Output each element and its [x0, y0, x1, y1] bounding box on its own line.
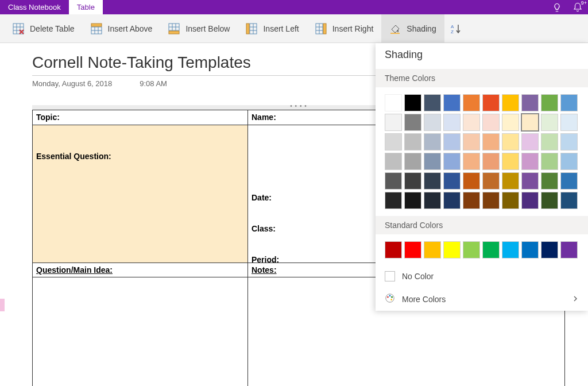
theme-swatch[interactable]: [482, 153, 500, 170]
theme-swatch[interactable]: [482, 94, 500, 111]
theme-swatch[interactable]: [443, 172, 461, 190]
theme-swatch[interactable]: [521, 192, 539, 209]
cell-topic[interactable]: Topic:: [33, 110, 248, 125]
shading-panel-title: Shading: [376, 43, 588, 69]
theme-swatch[interactable]: [385, 192, 402, 209]
insert-below-button[interactable]: Insert Below: [160, 14, 238, 43]
insert-above-button[interactable]: Insert Above: [83, 14, 161, 43]
theme-colors-grid: [376, 87, 588, 216]
standard-swatch[interactable]: [521, 241, 539, 258]
left-gutter-highlight: [0, 299, 5, 311]
lightbulb-icon[interactable]: [547, 0, 567, 14]
standard-swatch[interactable]: [424, 241, 441, 258]
theme-swatch[interactable]: [482, 133, 500, 150]
label-class: Class:: [252, 224, 276, 233]
svg-rect-21: [246, 24, 249, 34]
page-date: Monday, August 6, 2018: [32, 79, 112, 88]
no-color-button[interactable]: No Color: [376, 265, 588, 287]
standard-swatch[interactable]: [404, 241, 421, 258]
theme-swatch[interactable]: [560, 133, 578, 150]
theme-colors-heading: Theme Colors: [376, 69, 588, 87]
theme-swatch[interactable]: [443, 133, 461, 150]
theme-swatch[interactable]: [424, 94, 441, 111]
theme-swatch[interactable]: [502, 192, 519, 209]
theme-swatch[interactable]: [463, 94, 480, 111]
insert-below-label: Insert Below: [185, 24, 230, 33]
theme-swatch[interactable]: [482, 192, 500, 209]
theme-swatch[interactable]: [521, 94, 539, 111]
paint-bucket-icon: [389, 23, 401, 34]
theme-swatch[interactable]: [424, 153, 441, 170]
standard-colors-grid: [376, 234, 588, 265]
theme-swatch[interactable]: [521, 133, 539, 150]
theme-swatch[interactable]: [560, 114, 578, 131]
insert-left-button[interactable]: Insert Left: [238, 14, 307, 43]
insert-right-label: Insert Right: [332, 24, 374, 33]
theme-swatch[interactable]: [521, 172, 539, 190]
theme-swatch[interactable]: [443, 114, 461, 131]
theme-swatch[interactable]: [541, 94, 558, 111]
theme-swatch[interactable]: [541, 114, 558, 131]
shading-panel: Shading Theme Colors Standard Colors No …: [376, 43, 588, 311]
theme-swatch[interactable]: [443, 192, 461, 209]
theme-swatch[interactable]: [521, 153, 539, 170]
theme-swatch[interactable]: [521, 114, 539, 131]
theme-swatch[interactable]: [404, 153, 421, 170]
theme-swatch[interactable]: [463, 192, 480, 209]
theme-swatch[interactable]: [502, 153, 519, 170]
theme-swatch[interactable]: [541, 133, 558, 150]
theme-swatch[interactable]: [424, 172, 441, 190]
theme-swatch[interactable]: [404, 172, 421, 190]
theme-swatch[interactable]: [502, 172, 519, 190]
cell-question-header[interactable]: Question/Main Idea:: [33, 263, 248, 277]
theme-swatch[interactable]: [424, 114, 441, 131]
cell-essential-question[interactable]: Essential Question:: [33, 125, 248, 263]
insert-right-button[interactable]: Insert Right: [307, 14, 382, 43]
standard-swatch[interactable]: [560, 241, 578, 258]
tab-table[interactable]: Table: [69, 0, 103, 14]
notifications-icon[interactable]: 9+: [567, 0, 588, 14]
theme-swatch[interactable]: [541, 172, 558, 190]
theme-swatch[interactable]: [385, 114, 402, 131]
theme-swatch[interactable]: [560, 153, 578, 170]
theme-swatch[interactable]: [443, 153, 461, 170]
cell-question-body[interactable]: [33, 277, 248, 387]
standard-swatch[interactable]: [385, 241, 402, 258]
theme-swatch[interactable]: [463, 133, 480, 150]
theme-swatch[interactable]: [482, 114, 500, 131]
theme-swatch[interactable]: [404, 114, 421, 131]
svg-point-33: [389, 295, 391, 297]
standard-swatch[interactable]: [443, 241, 461, 258]
theme-swatch[interactable]: [463, 114, 480, 131]
theme-swatch[interactable]: [404, 133, 421, 150]
theme-swatch[interactable]: [424, 133, 441, 150]
theme-swatch[interactable]: [385, 153, 402, 170]
theme-swatch[interactable]: [541, 153, 558, 170]
theme-swatch[interactable]: [560, 192, 578, 209]
theme-swatch[interactable]: [502, 114, 519, 131]
standard-swatch[interactable]: [541, 241, 558, 258]
theme-swatch[interactable]: [560, 172, 578, 190]
theme-swatch[interactable]: [463, 153, 480, 170]
theme-swatch[interactable]: [443, 94, 461, 111]
theme-swatch[interactable]: [385, 172, 402, 190]
tab-class-notebook[interactable]: Class Notebook: [0, 0, 69, 14]
theme-swatch[interactable]: [404, 94, 421, 111]
theme-swatch[interactable]: [424, 192, 441, 209]
standard-swatch[interactable]: [482, 241, 500, 258]
standard-swatch[interactable]: [502, 241, 519, 258]
delete-table-button[interactable]: Delete Table: [5, 14, 83, 43]
theme-swatch[interactable]: [560, 94, 578, 111]
theme-swatch[interactable]: [502, 133, 519, 150]
sort-button[interactable]: AZ: [444, 14, 467, 43]
theme-swatch[interactable]: [385, 133, 402, 150]
more-colors-button[interactable]: More Colors: [376, 287, 588, 311]
theme-swatch[interactable]: [541, 192, 558, 209]
theme-swatch[interactable]: [404, 192, 421, 209]
shading-button[interactable]: Shading: [381, 14, 444, 43]
theme-swatch[interactable]: [482, 172, 500, 190]
standard-swatch[interactable]: [463, 241, 480, 258]
theme-swatch[interactable]: [463, 172, 480, 190]
theme-swatch[interactable]: [385, 94, 402, 111]
theme-swatch[interactable]: [502, 94, 519, 111]
